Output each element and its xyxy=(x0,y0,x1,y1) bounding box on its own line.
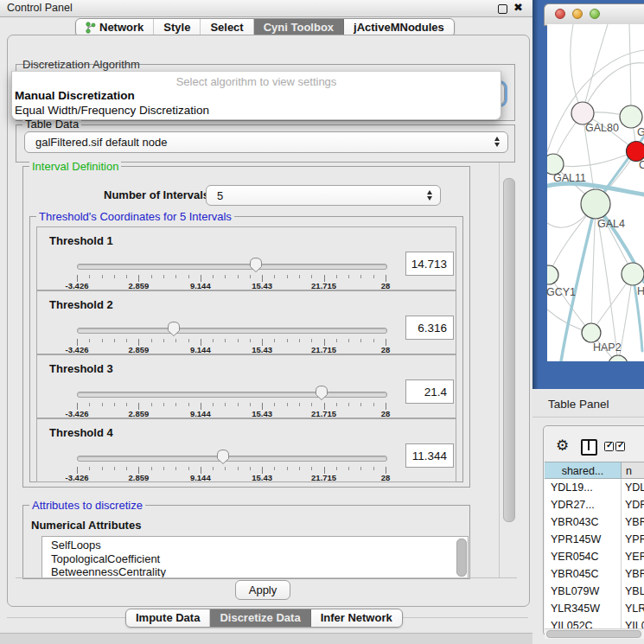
gear-icon[interactable]: ⚙ xyxy=(556,437,569,454)
minimize-traffic-light-icon[interactable] xyxy=(572,9,583,19)
node-gcy1[interactable] xyxy=(547,265,558,284)
float-window-icon[interactable] xyxy=(498,4,507,14)
tab-select-label: Select xyxy=(210,19,243,36)
tab-infer-network[interactable]: Infer Network xyxy=(311,609,402,627)
node-h[interactable] xyxy=(622,263,644,285)
table-cell[interactable]: YIL052C xyxy=(545,617,622,628)
attribute-list-item[interactable]: TopologicalCoefficient xyxy=(42,552,468,566)
column-header-name[interactable]: n xyxy=(622,462,644,479)
table-row[interactable]: YPR145WYPR1 xyxy=(545,531,644,548)
tab-style-label: Style xyxy=(163,19,190,36)
threshold-3-slider[interactable] xyxy=(77,392,387,398)
number-of-intervals-spinner[interactable]: 5 xyxy=(206,185,441,206)
tick-label: -3.426 xyxy=(66,281,89,290)
interval-definition-title: Interval Definition xyxy=(29,160,121,173)
threshold-2-slider[interactable] xyxy=(77,328,387,334)
table-data-combo[interactable]: galFiltered.sif default node xyxy=(24,131,508,153)
table-row[interactable]: YBR045CYBR0 xyxy=(545,565,644,583)
table-hscrollbar-thumb[interactable] xyxy=(546,630,641,638)
table-row[interactable]: YIL052CYIL0 xyxy=(545,617,644,628)
network-window-titlebar[interactable] xyxy=(544,3,644,26)
panel-scrollbar-thumb[interactable] xyxy=(503,178,515,522)
numerical-attributes-list[interactable]: SelfLoopsTopologicalCoefficientBetweenne… xyxy=(41,536,469,578)
threshold-2-row: Threshold 2 -3.4262.8599.14415.4321.7152… xyxy=(36,290,456,354)
control-panel-titlebar xyxy=(0,0,532,17)
tab-cyni-toolbox-label: Cyni Toolbox xyxy=(264,19,334,36)
number-of-intervals-label: Number of Intervals xyxy=(104,188,209,201)
window-bottom-strip xyxy=(0,633,532,644)
node-bottom-partial[interactable] xyxy=(609,355,628,361)
table-cell[interactable]: YDR27... xyxy=(545,496,622,513)
tab-jactivemnodules[interactable]: jActiveMNodules xyxy=(344,19,454,36)
checkbox-icon-2[interactable]: ✓ xyxy=(615,442,625,451)
attribute-list-item[interactable]: SelfLoops xyxy=(42,539,468,552)
table-cell[interactable]: YBR043C xyxy=(545,513,622,531)
tick-label: 15.43 xyxy=(252,345,272,354)
table-cell[interactable]: YIL0 xyxy=(622,617,644,628)
threshold-2-slider-handle[interactable] xyxy=(167,321,181,337)
close-icon[interactable]: ✖ xyxy=(513,1,523,14)
tab-network[interactable]: Network xyxy=(76,19,154,36)
threshold-1-slider[interactable] xyxy=(77,264,387,270)
threshold-2-value-field[interactable] xyxy=(405,316,454,340)
table-row[interactable]: YBR043CYBR0 xyxy=(545,513,644,531)
apply-button[interactable]: Apply xyxy=(235,580,290,600)
popup-item-equal-width-frequency[interactable]: Equal Width/Frequency Discretization xyxy=(15,104,209,117)
table-cell[interactable]: YLR3 xyxy=(622,600,644,617)
column-layout-icon[interactable] xyxy=(581,439,597,456)
tick-label: 28 xyxy=(381,281,391,290)
tab-impute-data[interactable]: Impute Data xyxy=(126,609,210,627)
threshold-2-label: Threshold 2 xyxy=(49,298,113,311)
table-row[interactable]: YLR345WYLR3 xyxy=(545,600,644,617)
checkbox-icon-1[interactable]: ✓ xyxy=(604,442,614,451)
table-cell[interactable]: YPR145W xyxy=(545,531,622,548)
tab-cyni-toolbox[interactable]: Cyni Toolbox xyxy=(254,19,344,36)
tick-label: 2.859 xyxy=(129,345,150,354)
tick-label: 28 xyxy=(381,345,391,354)
threshold-1-slider-handle[interactable] xyxy=(249,257,263,273)
tab-select[interactable]: Select xyxy=(201,19,253,36)
attributes-list-scrollbar-thumb[interactable] xyxy=(456,539,467,577)
table-row[interactable]: YER054CYER0 xyxy=(545,548,644,565)
threshold-1-value-field[interactable] xyxy=(405,252,454,276)
threshold-3-value-field[interactable] xyxy=(405,379,454,404)
threshold-4-slider[interactable] xyxy=(77,456,387,462)
threshold-4-slider-handle[interactable] xyxy=(216,449,230,465)
threshold-4-value-field[interactable] xyxy=(405,443,454,468)
popup-item-manual-discretization[interactable]: Manual Discretization xyxy=(15,89,135,102)
table-row[interactable]: YDL19...YDL1 xyxy=(545,479,644,496)
zoom-traffic-light-icon[interactable] xyxy=(590,9,600,19)
close-traffic-light-icon[interactable] xyxy=(555,9,565,19)
threshold-4-row: Threshold 4 -3.4262.8599.14415.4321.7152… xyxy=(36,418,456,482)
table-cell[interactable]: YPR1 xyxy=(622,531,644,548)
node-hap2[interactable] xyxy=(582,323,601,342)
tab-style[interactable]: Style xyxy=(154,19,201,36)
node-gal4[interactable] xyxy=(581,189,610,219)
tab-discretize-data[interactable]: Discretize Data xyxy=(210,609,310,627)
table-cell[interactable]: YBR0 xyxy=(622,565,644,583)
network-icon xyxy=(86,22,96,34)
table-row[interactable]: YBL079WYBL0 xyxy=(545,583,644,600)
table-cell[interactable]: YLR345W xyxy=(545,600,622,617)
table-cell[interactable]: YER0 xyxy=(622,548,644,565)
table-cell[interactable]: YBR0 xyxy=(622,513,644,531)
table-cell[interactable]: YDR2 xyxy=(622,496,644,513)
threshold-4-label: Threshold 4 xyxy=(49,426,113,439)
control-panel-title: Control Panel xyxy=(7,2,73,14)
tab-network-label: Network xyxy=(99,19,143,36)
node-g[interactable] xyxy=(620,105,642,128)
table-row[interactable]: YDR27...YDR2 xyxy=(545,496,644,513)
table-cell[interactable]: YBL079W xyxy=(545,583,622,600)
threshold-3-slider-handle[interactable] xyxy=(315,385,328,401)
table-cell[interactable]: YDL1 xyxy=(622,479,644,496)
attribute-list-item[interactable]: BetweennessCentrality xyxy=(42,565,468,578)
table-body[interactable]: YDL19...YDL1YDR27...YDR2YBR043CYBR0YPR14… xyxy=(545,479,644,628)
table-cell[interactable]: YER054C xyxy=(545,548,622,565)
table-cell[interactable]: YDL19... xyxy=(545,479,622,496)
network-canvas[interactable] xyxy=(547,24,644,361)
table-cell[interactable]: YBR045C xyxy=(545,565,622,583)
column-header-shared-name[interactable]: shared... xyxy=(545,462,622,479)
algorithm-group-title: Discretization Algorithm xyxy=(22,58,140,71)
table-cell[interactable]: YBL0 xyxy=(622,583,644,600)
tick-label: 9.144 xyxy=(190,409,211,418)
